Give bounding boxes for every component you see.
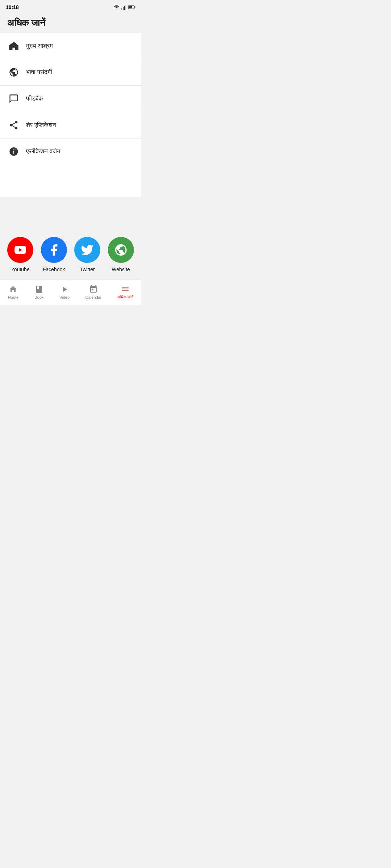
battery-icon [128, 5, 135, 9]
language-icon [7, 66, 20, 79]
more-menu-icon [121, 284, 130, 294]
social-item-youtube[interactable]: Youtube [7, 237, 33, 272]
svg-rect-2 [123, 7, 123, 10]
calendar-icon [89, 285, 98, 294]
youtube-label: Youtube [11, 267, 30, 272]
svg-point-0 [116, 9, 117, 9]
menu-item-feedback[interactable]: फीडबैंक [0, 86, 141, 112]
feedback-icon [7, 92, 20, 105]
video-icon [60, 285, 69, 294]
svg-rect-6 [135, 7, 135, 8]
social-item-twitter[interactable]: Twitter [74, 237, 100, 272]
menu-item-version[interactable]: एप्लीकेशन वर्जन [0, 139, 141, 165]
svg-rect-4 [125, 5, 126, 10]
twitter-icon [80, 243, 94, 257]
status-time: 10:18 [6, 4, 19, 10]
nav-label-video: Video [59, 295, 70, 299]
nav-label-calendar: Calendar [85, 295, 102, 299]
page-title: अधिक जानें [0, 12, 141, 33]
svg-rect-7 [129, 6, 132, 8]
twitter-label: Twitter [80, 267, 95, 272]
menu-label-share: शेर एप्लिकेशन [26, 122, 56, 129]
home-icon [8, 285, 18, 294]
menu-item-share[interactable]: शेर एप्लिकेशन [0, 112, 141, 139]
nav-item-video[interactable]: Video [56, 283, 73, 301]
website-circle [108, 237, 134, 263]
nav-item-book[interactable]: Book [31, 283, 47, 301]
social-item-facebook[interactable]: Facebook [41, 237, 67, 272]
book-icon [34, 285, 44, 294]
bottom-nav: Home Book Video Calendar [0, 280, 141, 305]
status-icons [114, 5, 135, 10]
nav-item-more[interactable]: अधिक जानें [114, 283, 137, 301]
facebook-icon [47, 243, 61, 257]
menu-label-main-ashram: मुख्य आश्रम [26, 42, 53, 50]
menu-item-language[interactable]: भाषा पसंदगी [0, 59, 141, 86]
nav-item-calendar[interactable]: Calendar [82, 283, 105, 301]
facebook-label: Facebook [43, 267, 65, 272]
youtube-circle [7, 237, 33, 263]
svg-rect-3 [124, 6, 125, 10]
menu-item-main-ashram[interactable]: मुख्य आश्रम [0, 33, 141, 59]
menu-label-version: एप्लीकेशन वर्जन [26, 148, 60, 155]
website-label: Website [112, 267, 130, 272]
social-section: Youtube Facebook Twitter Website [0, 230, 141, 280]
status-bar: 10:18 [0, 0, 141, 12]
website-icon [114, 243, 128, 257]
building-icon [7, 39, 20, 52]
wifi-icon [114, 5, 119, 9]
nav-label-home: Home [8, 295, 18, 299]
nav-label-more: अधिक जानें [117, 295, 133, 299]
social-item-website[interactable]: Website [108, 237, 134, 272]
share-icon [7, 119, 20, 132]
facebook-circle [41, 237, 67, 263]
youtube-icon [13, 243, 27, 257]
menu-label-language: भाषा पसंदगी [26, 69, 52, 76]
nav-label-book: Book [34, 295, 43, 299]
svg-rect-1 [122, 8, 122, 10]
twitter-circle [74, 237, 100, 263]
nav-item-home[interactable]: Home [4, 283, 22, 301]
signal-icon [121, 5, 126, 10]
menu-label-feedback: फीडबैंक [26, 95, 43, 102]
info-icon [7, 145, 20, 158]
menu-list: मुख्य आश्रम भाषा पसंदगी फीडबैंक शेर एप्ल… [0, 33, 141, 197]
